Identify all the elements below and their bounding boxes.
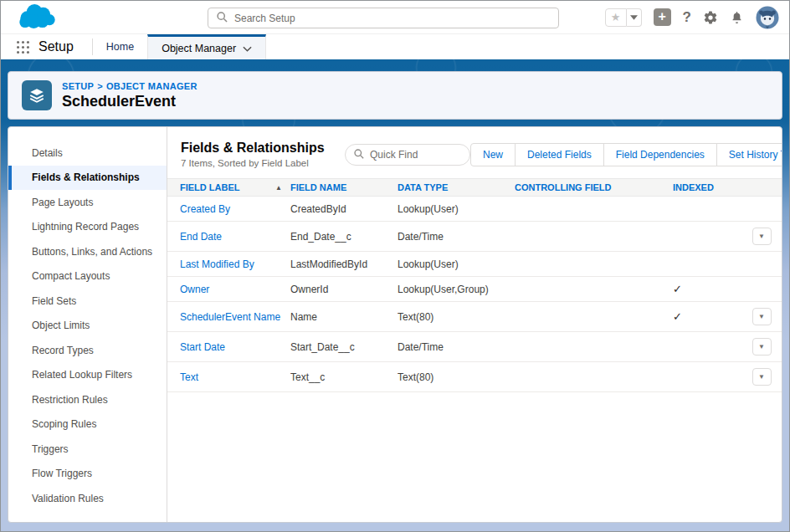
gear-icon[interactable] [703, 10, 718, 25]
row-actions-button[interactable]: ▼ [752, 228, 772, 245]
table-row: Start Date Start_Date__c Date/Time ▼ [167, 332, 782, 362]
breadcrumb-title-block: SETUP>OBJECT MANAGER SchedulerEvent [62, 81, 198, 110]
app-name-label: Setup [38, 34, 92, 59]
sidebar-item-scoping-rules[interactable]: Scoping Rules [8, 412, 167, 437]
field-label-link[interactable]: Owner [180, 284, 209, 295]
field-label-link[interactable]: SchedulerEvent Name [180, 311, 280, 323]
search-setup-input[interactable] [234, 13, 550, 24]
object-manager-card: Details Fields & Relationships Page Layo… [8, 126, 782, 523]
page-title: SchedulerEvent [62, 93, 198, 110]
object-layers-icon [22, 80, 52, 110]
data-type-cell: Text(80) [398, 371, 515, 383]
sidebar-item-fields-relationships[interactable]: Fields & Relationships [8, 166, 167, 191]
sidebar-item-related-lookup-filters[interactable]: Related Lookup Filters [8, 363, 167, 388]
sort-ascending-icon: ▲ [275, 184, 282, 192]
field-label-link[interactable]: Created By [180, 203, 230, 215]
table-row: Text Text__c Text(80) ▼ [167, 362, 782, 392]
column-header-field-name[interactable]: FIELD NAME [290, 182, 398, 192]
sidebar-item-buttons-links-actions[interactable]: Buttons, Links, and Actions [8, 239, 167, 264]
breadcrumb-separator: > [97, 81, 103, 91]
field-name-cell: OwnerId [290, 284, 398, 295]
salesforce-logo [11, 3, 59, 33]
data-type-cell: Date/Time [398, 231, 515, 243]
deleted-fields-button[interactable]: Deleted Fields [515, 143, 604, 166]
row-actions-button[interactable]: ▼ [752, 368, 772, 386]
sidebar-item-page-layouts[interactable]: Page Layouts [8, 190, 167, 215]
row-actions-button[interactable]: ▼ [752, 308, 772, 325]
set-history-tracking-button[interactable]: Set History Tracking [716, 143, 782, 166]
sidebar-item-details[interactable]: Details [8, 141, 167, 166]
tab-object-manager[interactable]: Object Manager [147, 34, 266, 59]
page-header-card: SETUP>OBJECT MANAGER SchedulerEvent [8, 71, 782, 120]
panel-header: Fields & Relationships 7 Items, Sorted b… [167, 127, 782, 178]
field-name-cell: CreatedById [290, 203, 398, 215]
column-header-controlling-field[interactable]: CONTROLLING FIELD [515, 182, 661, 192]
fields-relationships-panel: Fields & Relationships 7 Items, Sorted b… [167, 127, 782, 522]
global-search-box [208, 8, 559, 28]
setup-nav-bar: Setup Home Object Manager [1, 34, 789, 59]
panel-title: Fields & Relationships [181, 141, 345, 156]
user-avatar[interactable] [756, 6, 779, 29]
data-type-cell: Date/Time [398, 341, 515, 353]
sidebar-item-record-types[interactable]: Record Types [8, 338, 167, 363]
header-actions: ★ + ? [605, 6, 779, 29]
fields-table: FIELD LABEL ▲ FIELD NAME DATA TYPE CONTR… [167, 178, 782, 392]
favorites-chevron-down-icon[interactable] [627, 8, 642, 27]
field-label-link[interactable]: Start Date [180, 341, 225, 353]
favorite-star-icon[interactable]: ★ [605, 8, 627, 27]
favorites-control: ★ [605, 8, 642, 27]
search-icon [217, 11, 228, 26]
indexed-cell: ✓ [661, 283, 745, 295]
sidebar-item-object-limits[interactable]: Object Limits [8, 314, 167, 339]
field-label-link[interactable]: Last Modified By [180, 258, 254, 270]
page-background: SETUP>OBJECT MANAGER SchedulerEvent Deta… [1, 59, 789, 531]
sidebar-item-field-sets[interactable]: Field Sets [8, 289, 167, 314]
data-type-cell: Lookup(User,Group) [398, 284, 515, 295]
sidebar-item-validation-rules[interactable]: Validation Rules [8, 486, 167, 511]
panel-item-count: 7 Items, Sorted by Field Label [181, 158, 345, 168]
field-dependencies-button[interactable]: Field Dependencies [603, 143, 717, 166]
column-header-indexed[interactable]: INDEXED [661, 182, 745, 192]
sidebar-item-restriction-rules[interactable]: Restriction Rules [8, 387, 167, 412]
indexed-check-icon: ✓ [673, 310, 682, 323]
chevron-down-icon [243, 43, 252, 54]
breadcrumb-object-manager-link[interactable]: OBJECT MANAGER [106, 81, 198, 91]
sidebar-item-lightning-record-pages[interactable]: Lightning Record Pages [8, 215, 167, 240]
breadcrumb: SETUP>OBJECT MANAGER [62, 81, 198, 91]
data-type-cell: Text(80) [398, 311, 515, 323]
sidebar-item-compact-layouts[interactable]: Compact Layouts [8, 264, 167, 289]
global-actions-plus-icon[interactable]: + [654, 8, 671, 26]
panel-title-block: Fields & Relationships 7 Items, Sorted b… [181, 141, 345, 168]
sidebar-item-flow-triggers[interactable]: Flow Triggers [8, 462, 167, 487]
data-type-cell: Lookup(User) [398, 258, 515, 270]
quick-find-input[interactable] [370, 149, 461, 161]
table-row: End Date End_Date__c Date/Time ▼ [167, 222, 782, 252]
salesforce-setup-window: { "header": { "search_placeholder": "Sea… [0, 0, 790, 532]
quick-find-box [345, 144, 470, 166]
help-icon[interactable]: ? [683, 9, 691, 26]
tab-object-manager-label: Object Manager [162, 43, 236, 54]
table-row: Owner OwnerId Lookup(User,Group) ✓ [167, 277, 782, 302]
field-name-cell: End_Date__c [290, 231, 398, 243]
breadcrumb-setup-link[interactable]: SETUP [62, 81, 94, 91]
panel-actions: New Deleted Fields Field Dependencies Se… [470, 143, 782, 166]
column-header-field-label[interactable]: FIELD LABEL ▲ [167, 182, 290, 192]
table-row: SchedulerEvent Name Name Text(80) ✓ ▼ [167, 302, 782, 332]
tab-home[interactable]: Home [93, 34, 147, 59]
global-header: ★ + ? [1, 1, 789, 34]
field-name-cell: Start_Date__c [290, 341, 398, 353]
field-label-link[interactable]: Text [180, 371, 198, 383]
sidebar-item-triggers[interactable]: Triggers [8, 437, 167, 462]
table-row: Last Modified By LastModifiedById Lookup… [167, 252, 782, 277]
app-launcher-waffle-icon[interactable] [1, 34, 38, 59]
row-actions-button[interactable]: ▼ [752, 338, 772, 356]
column-header-data-type[interactable]: DATA TYPE [398, 182, 515, 192]
field-name-cell: Name [290, 311, 398, 323]
bell-icon[interactable] [730, 10, 744, 25]
indexed-cell: ✓ [661, 310, 745, 323]
field-label-link[interactable]: End Date [180, 231, 222, 243]
object-sidebar: Details Fields & Relationships Page Layo… [8, 127, 167, 522]
indexed-check-icon: ✓ [673, 283, 682, 295]
new-button[interactable]: New [470, 143, 516, 166]
table-header-row: FIELD LABEL ▲ FIELD NAME DATA TYPE CONTR… [167, 178, 782, 197]
